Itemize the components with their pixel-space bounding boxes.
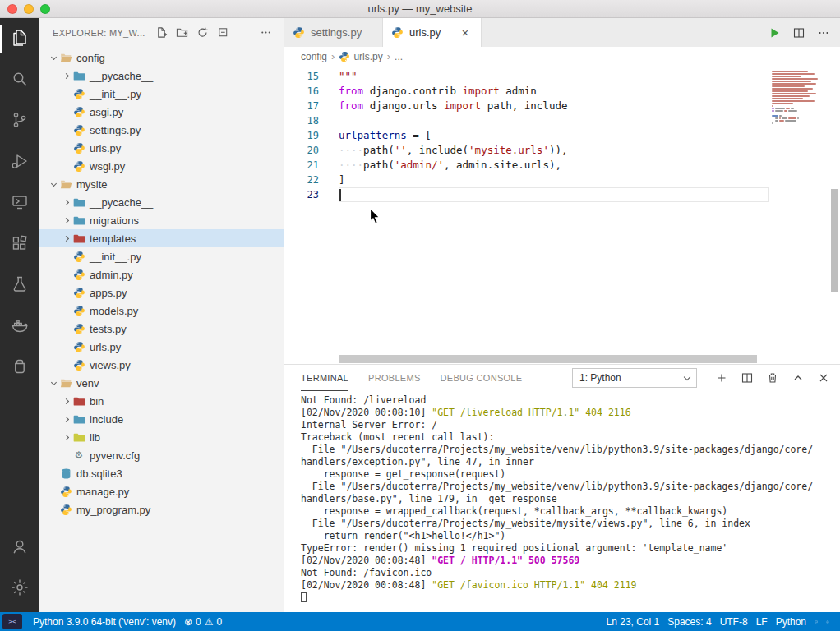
zoom-window-button[interactable] xyxy=(40,4,50,14)
feedback-icon[interactable] xyxy=(810,616,822,628)
tree-item-views-py[interactable]: views.py xyxy=(39,356,284,374)
tree-item--init-py[interactable]: __init__.py xyxy=(39,247,284,265)
problems-status[interactable]: ⊗ 0 ⚠ 0 xyxy=(180,612,226,631)
activity-test-beaker-button[interactable] xyxy=(0,265,39,306)
tree-item-apps-py[interactable]: apps.py xyxy=(39,283,284,302)
cursor-position-status[interactable]: Ln 23, Col 1 xyxy=(602,616,664,628)
run-button[interactable] xyxy=(768,26,781,39)
activity-docker-whale-button[interactable] xyxy=(0,306,39,347)
editor-group: settings.pyurls.py× config›urls.py›... 1… xyxy=(284,18,840,612)
folder-icon xyxy=(72,232,85,245)
terminal-output[interactable]: Not Found: /livereload[02/Nov/2020 00:08… xyxy=(284,391,840,612)
status-bar: >< Python 3.9.0 64-bit ('venv': venv) ⊗ … xyxy=(0,612,840,631)
line-number: 22 xyxy=(284,173,339,187)
panel-tab-debug-console[interactable]: DEBUG CONSOLE xyxy=(441,365,523,391)
collapse-all-button[interactable] xyxy=(217,26,230,39)
activity-remote-explorer-button[interactable] xyxy=(0,182,39,223)
new-folder-button[interactable] xyxy=(176,26,189,39)
terminal-line: TypeError: render() missing 1 required p… xyxy=(301,542,840,555)
tree-item-include[interactable]: include xyxy=(39,410,284,428)
tree-item-mysite[interactable]: mysite xyxy=(39,175,284,193)
more-button[interactable] xyxy=(259,26,272,39)
new-terminal-button[interactable] xyxy=(715,371,728,385)
refresh-button[interactable] xyxy=(196,26,210,39)
tab-settings-py[interactable]: settings.py xyxy=(284,18,383,47)
chevron-down-icon xyxy=(48,183,59,186)
tree-item-my-program-py[interactable]: my_program.py xyxy=(39,500,284,518)
tree-item-settings-py[interactable]: settings.py xyxy=(39,121,284,139)
tree-item--pycache-[interactable]: __pycache__ xyxy=(39,193,284,211)
minimize-window-button[interactable] xyxy=(24,4,34,14)
tree-item-urls-py[interactable]: urls.py xyxy=(39,139,284,157)
activity-account-button[interactable] xyxy=(0,527,39,568)
indentation-status[interactable]: Spaces: 4 xyxy=(663,616,715,628)
warning-icon: ⚠ xyxy=(205,616,214,628)
kill-terminal-button[interactable] xyxy=(766,371,779,385)
notifications-bell-icon[interactable] xyxy=(822,616,833,628)
more-button[interactable] xyxy=(817,26,830,39)
tree-item-venv[interactable]: venv xyxy=(39,374,284,392)
breadcrumb-item[interactable]: urls.py xyxy=(339,51,382,62)
activity-settings-gear-button[interactable] xyxy=(0,568,39,609)
title-bar: urls.py — my_website xyxy=(0,0,840,18)
chevron-right-icon xyxy=(61,219,72,223)
code-line-23: 23 xyxy=(284,187,769,202)
tree-item-config[interactable]: config xyxy=(39,48,284,67)
tree-item-db-sqlite3[interactable]: db.sqlite3 xyxy=(39,464,284,482)
terminal-shell-select[interactable]: 1: Python xyxy=(572,368,697,388)
tree-item-admin-py[interactable]: admin.py xyxy=(39,265,284,283)
error-icon: ⊗ xyxy=(184,616,192,628)
activity-run-debug-button[interactable] xyxy=(0,141,39,182)
panel-tab-terminal[interactable]: TERMINAL xyxy=(301,365,348,391)
panel-tabs: TERMINALPROBLEMSDEBUG CONSOLE xyxy=(301,365,522,391)
python-interpreter-status[interactable]: Python 3.9.0 64-bit ('venv': venv) xyxy=(29,612,180,631)
split-terminal-button[interactable] xyxy=(741,371,754,385)
tree-item-models-py[interactable]: models.py xyxy=(39,302,284,320)
tree-item-manage-py[interactable]: manage.py xyxy=(39,482,284,500)
tree-item--pycache-[interactable]: __pycache__ xyxy=(39,67,284,85)
breadcrumb-item[interactable]: config xyxy=(301,51,327,62)
tree-item-urls-py[interactable]: urls.py xyxy=(39,338,284,356)
panel-tab-problems[interactable]: PROBLEMS xyxy=(368,365,421,391)
activity-search-button[interactable] xyxy=(0,59,39,100)
account-icon xyxy=(10,537,30,559)
activity-package-jar-button[interactable] xyxy=(0,347,39,388)
activity-explorer-button[interactable] xyxy=(0,18,39,59)
split-editor-button[interactable] xyxy=(792,26,805,39)
horizontal-scrollbar[interactable] xyxy=(339,355,761,363)
tree-item--init-py[interactable]: __init__.py xyxy=(39,85,284,103)
close-tab-icon[interactable]: × xyxy=(458,25,473,39)
new-file-button[interactable] xyxy=(155,26,168,39)
tree-item-wsgi-py[interactable]: wsgi.py xyxy=(39,157,284,175)
tree-item-asgi-py[interactable]: asgi.py xyxy=(39,103,284,121)
tree-item-tests-py[interactable]: tests.py xyxy=(39,320,284,338)
main-area: EXPLORER: MY_W... config__pycache____ini… xyxy=(0,18,840,612)
tab-urls-py[interactable]: urls.py× xyxy=(383,18,482,47)
code-content[interactable]: 15"""16from django.contrib import admin1… xyxy=(284,66,769,354)
line-number: 18 xyxy=(284,113,339,128)
close-window-button[interactable] xyxy=(7,4,17,14)
python-icon xyxy=(59,503,72,516)
error-count: 0 xyxy=(196,616,201,628)
tree-item-lib[interactable]: lib xyxy=(39,428,284,446)
language-status[interactable]: Python xyxy=(772,616,810,628)
breadcrumb-item[interactable]: ... xyxy=(395,51,403,62)
explorer-header-title: EXPLORER: MY_W... xyxy=(53,28,145,38)
tree-item-templates[interactable]: templates xyxy=(39,229,284,247)
tree-item-bin[interactable]: bin xyxy=(39,392,284,410)
minimap[interactable] xyxy=(769,66,828,354)
panel-actions xyxy=(715,371,830,385)
tree-item-pyvenv-cfg[interactable]: ⚙pyvenv.cfg xyxy=(39,446,284,464)
maximize-panel-button[interactable] xyxy=(792,371,805,385)
encoding-status[interactable]: UTF-8 xyxy=(716,616,752,628)
remote-indicator[interactable]: >< xyxy=(2,614,22,629)
close-panel-button[interactable] xyxy=(817,371,830,385)
activity-extensions-button[interactable] xyxy=(0,223,39,265)
eol-status[interactable]: LF xyxy=(752,616,772,628)
vertical-scrollbar[interactable] xyxy=(831,189,838,292)
text-cursor xyxy=(339,189,341,201)
source-control-icon xyxy=(10,110,30,132)
tree-item-migrations[interactable]: migrations xyxy=(39,211,284,229)
activity-source-control-button[interactable] xyxy=(0,100,39,141)
docker-whale-icon xyxy=(10,316,30,338)
